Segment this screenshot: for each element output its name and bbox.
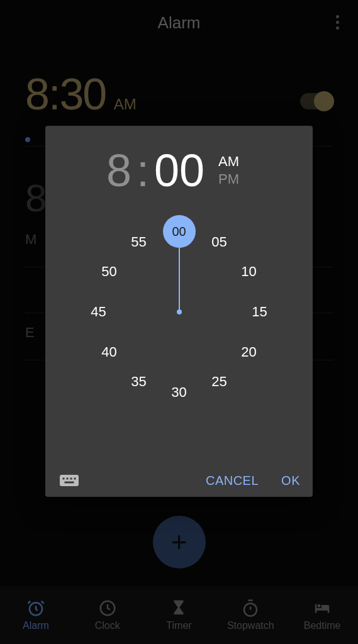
svg-rect-6 — [70, 478, 72, 480]
ampm-selector: AM PM — [218, 153, 239, 187]
minute-tick-05[interactable]: 05 — [207, 230, 232, 255]
minute-tick-50[interactable]: 50 — [97, 259, 122, 284]
hour-value[interactable]: 8 — [106, 145, 131, 196]
svg-rect-5 — [67, 478, 69, 480]
time-display: 8 : 00 AM PM — [45, 126, 313, 203]
keyboard-input-toggle[interactable] — [58, 469, 81, 487]
minute-tick-40[interactable]: 40 — [97, 340, 122, 365]
ok-button[interactable]: OK — [281, 474, 300, 488]
minute-tick-25[interactable]: 25 — [207, 369, 232, 394]
clock-hand-pivot — [177, 309, 182, 314]
cancel-button[interactable]: CANCEL — [206, 474, 259, 488]
am-option[interactable]: AM — [218, 153, 239, 170]
pm-option[interactable]: PM — [218, 171, 239, 187]
time-colon: : — [137, 145, 149, 196]
clock-app-screen: Alarm 8:30 AM 8 M E + Alarm — [0, 0, 358, 644]
svg-rect-4 — [63, 478, 65, 480]
minute-tick-45[interactable]: 45 — [86, 299, 111, 325]
minute-tick-30[interactable]: 30 — [167, 380, 192, 405]
svg-rect-8 — [65, 482, 74, 484]
minute-tick-35[interactable]: 35 — [126, 369, 152, 394]
minute-tick-15[interactable]: 15 — [247, 299, 272, 325]
minute-value[interactable]: 00 — [154, 145, 204, 196]
svg-rect-3 — [60, 475, 79, 486]
minute-tick-20[interactable]: 20 — [237, 340, 262, 365]
minute-tick-55[interactable]: 55 — [126, 230, 152, 255]
time-picker-dialog: 8 : 00 AM PM 00 00 05 10 15 20 25 30 35 … — [45, 126, 313, 497]
clock-face[interactable]: 00 00 05 10 15 20 25 30 35 40 45 50 55 — [79, 211, 280, 413]
keyboard-icon — [58, 469, 81, 492]
dialog-actions: CANCEL OK — [206, 474, 300, 488]
svg-rect-7 — [74, 478, 76, 480]
minute-tick-10[interactable]: 10 — [237, 259, 262, 284]
